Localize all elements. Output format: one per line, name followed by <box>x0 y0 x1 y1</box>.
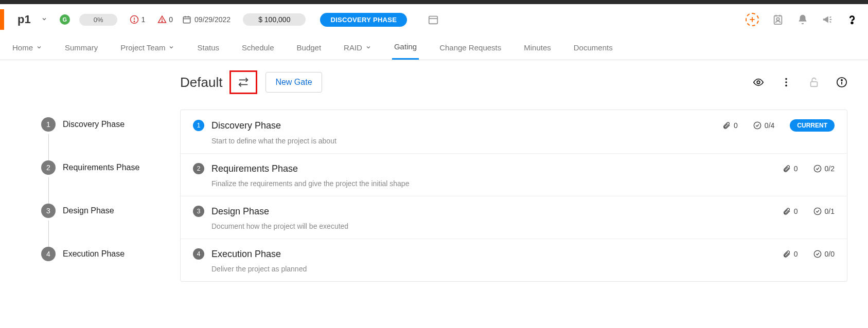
tab-label: Gating <box>394 42 417 51</box>
tab-label: Minutes <box>524 43 551 52</box>
gate-row[interactable]: 2Requirements Phase00/2Finalize the requ… <box>181 154 847 196</box>
svg-line-17 <box>830 17 831 18</box>
tab-budget[interactable]: Budget <box>295 35 324 60</box>
help-icon[interactable] <box>846 14 858 25</box>
side-step[interactable]: 3Design Phase <box>21 198 165 241</box>
gate-number: 4 <box>193 248 204 260</box>
side-step[interactable]: 4Execution Phase <box>21 241 165 267</box>
attachment-count[interactable]: 0 <box>783 250 798 258</box>
checklist-count[interactable]: 0/4 <box>753 121 774 130</box>
gate-description: Deliver the project as planned <box>211 265 835 273</box>
checklist-count[interactable]: 0/0 <box>813 250 835 258</box>
paperclip-icon <box>722 121 731 130</box>
gate-name: Execution Phase <box>211 249 767 260</box>
attachment-count[interactable]: 0 <box>783 207 798 215</box>
attachment-count[interactable]: 0 <box>783 165 798 173</box>
bell-icon[interactable] <box>797 14 808 25</box>
browser-chrome-strip <box>0 0 868 4</box>
gate-number: 3 <box>193 206 204 217</box>
lock-icon[interactable] <box>808 77 820 88</box>
project-name[interactable]: p1 <box>17 13 31 26</box>
svg-rect-9 <box>429 16 438 24</box>
tab-status[interactable]: Status <box>195 35 221 60</box>
issue-count-value: 1 <box>141 15 145 24</box>
svg-point-31 <box>754 122 760 129</box>
gate-description: Document how the project will be execute… <box>211 222 835 230</box>
project-header: p1 G 0% 1 0 09/29/2022 $ 100,000 DISCOVE… <box>0 4 868 35</box>
swap-template-button[interactable] <box>229 70 257 94</box>
gate-row[interactable]: 3Design Phase00/1Document how the projec… <box>181 196 847 239</box>
gate-row[interactable]: 1Discovery Phase00/4CURRENTStart to defi… <box>181 110 847 154</box>
watch-icon[interactable] <box>753 77 764 88</box>
tab-project-team[interactable]: Project Team <box>118 35 176 60</box>
tab-schedule[interactable]: Schedule <box>240 35 276 60</box>
current-phase-badge[interactable]: DISCOVERY PHASE <box>320 13 407 27</box>
gate-number: 2 <box>193 163 204 174</box>
svg-rect-5 <box>183 17 190 23</box>
chevron-down-icon <box>365 43 371 52</box>
checklist-count[interactable]: 0/1 <box>813 207 835 215</box>
tab-label: Documents <box>574 43 613 52</box>
gate-row-top: 3Design Phase00/1 <box>193 206 835 217</box>
svg-point-32 <box>814 165 821 172</box>
contact-icon[interactable] <box>772 14 784 25</box>
svg-point-23 <box>757 81 760 84</box>
side-step[interactable]: 1Discovery Phase <box>21 112 165 155</box>
budget-pill[interactable]: $ 100,000 <box>243 13 306 26</box>
step-label: Design Phase <box>63 206 114 215</box>
gate-description: Finalize the requirements and give the p… <box>211 179 835 188</box>
tab-documents[interactable]: Documents <box>572 35 615 60</box>
alert-circle-icon <box>130 15 139 24</box>
chevron-down-icon <box>168 43 174 52</box>
tab-gating[interactable]: Gating <box>392 35 419 60</box>
tab-home[interactable]: Home <box>10 35 44 60</box>
step-label: Discovery Phase <box>63 120 125 129</box>
gate-row[interactable]: 4Execution Phase00/0Deliver the project … <box>181 239 847 281</box>
more-icon[interactable] <box>781 77 792 88</box>
check-circle-icon <box>813 207 822 215</box>
gate-name: Design Phase <box>211 206 767 217</box>
svg-point-14 <box>776 17 780 21</box>
svg-point-2 <box>134 21 135 22</box>
tab-raid[interactable]: RAID <box>342 35 374 60</box>
new-gate-button[interactable]: New Gate <box>265 72 322 93</box>
add-button[interactable] <box>746 13 759 26</box>
project-dropdown[interactable] <box>41 15 47 24</box>
checklist-count[interactable]: 0/2 <box>813 165 835 173</box>
tab-label: Schedule <box>242 43 274 52</box>
calendar-empty-icon[interactable] <box>428 14 439 25</box>
gate-row-top: 1Discovery Phase00/4CURRENT <box>193 119 835 132</box>
gate-description: Start to define what the project is abou… <box>211 137 835 145</box>
svg-point-34 <box>814 250 821 257</box>
tab-minutes[interactable]: Minutes <box>522 35 553 60</box>
issue-count[interactable]: 1 <box>130 15 145 24</box>
svg-point-4 <box>162 21 163 22</box>
risk-count-value: 0 <box>169 15 173 24</box>
svg-point-20 <box>852 22 853 24</box>
attachment-count[interactable]: 0 <box>722 121 738 130</box>
tab-label: Summary <box>65 43 98 52</box>
progress-pill[interactable]: 0% <box>79 14 118 26</box>
gate-name: Discovery Phase <box>211 120 707 131</box>
check-circle-icon <box>753 121 761 130</box>
risk-count[interactable]: 0 <box>157 15 173 24</box>
tab-summary[interactable]: Summary <box>63 35 100 60</box>
svg-point-33 <box>814 208 821 214</box>
announce-icon[interactable] <box>822 14 833 25</box>
svg-point-25 <box>785 81 787 83</box>
side-stepper: 1Discovery Phase2Requirements Phase3Desi… <box>21 70 165 282</box>
step-label: Execution Phase <box>63 249 125 259</box>
alert-triangle-icon <box>157 15 167 24</box>
step-number: 4 <box>41 247 56 261</box>
gate-row-top: 2Requirements Phase00/2 <box>193 163 835 174</box>
gate-number: 1 <box>193 120 204 131</box>
info-icon[interactable] <box>836 77 847 88</box>
health-status-badge[interactable]: G <box>60 14 70 25</box>
gating-title: Default <box>180 75 222 90</box>
project-date[interactable]: 09/29/2022 <box>182 15 231 24</box>
tab-change-requests[interactable]: Change Requests <box>437 35 503 60</box>
tab-label: RAID <box>344 43 362 52</box>
side-step[interactable]: 2Requirements Phase <box>21 155 165 198</box>
tab-label: Project Team <box>120 43 165 52</box>
check-circle-icon <box>813 250 822 258</box>
